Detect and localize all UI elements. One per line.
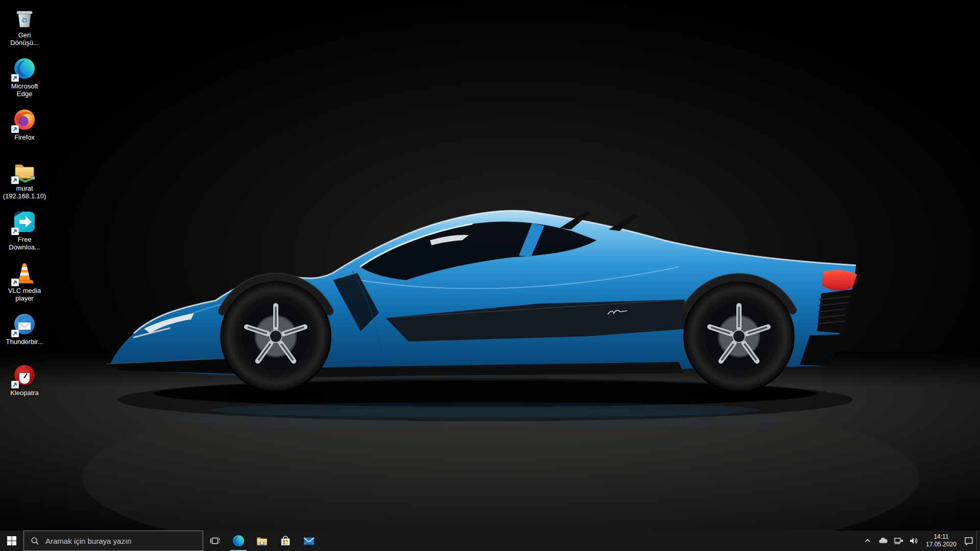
desktop-icon-recycle-bin[interactable]: ♻ Geri Dönüşü... <box>2 5 47 56</box>
windows-logo-icon <box>7 536 17 546</box>
shortcut-arrow-icon <box>11 330 19 337</box>
search-icon <box>30 536 39 545</box>
taskbar-app-file-explorer[interactable] <box>250 531 274 551</box>
desktop-icon-vlc-media-player[interactable]: VLC media player <box>2 261 47 312</box>
taskbar-app-microsoft-store[interactable] <box>274 531 297 551</box>
task-view-icon <box>209 535 221 546</box>
icon-label: Kleopatra <box>10 389 39 397</box>
microsoft-store-icon <box>279 535 292 547</box>
tray-volume-button[interactable] <box>906 531 921 551</box>
system-tray: 14:11 17.05.2020 <box>860 531 980 551</box>
taskbar-empty-area <box>321 531 860 551</box>
mail-icon <box>303 535 315 547</box>
taskbar: 14:11 17.05.2020 <box>0 531 980 551</box>
chevron-up-icon <box>864 537 872 545</box>
recycle-bin-icon: ♻ <box>12 5 37 30</box>
desktop-icon-kleopatra[interactable]: Kleopatra <box>2 363 47 414</box>
desktop-icon-murat-network-folder[interactable]: murat (192.168.1.10) <box>2 158 47 210</box>
shortcut-arrow-icon <box>11 74 19 82</box>
icon-label: murat (192.168.1.10) <box>3 185 46 200</box>
desktop-icon-free-download-manager[interactable]: Free Downloa... <box>2 210 47 261</box>
taskbar-app-mail[interactable] <box>297 531 321 551</box>
taskbar-app-edge[interactable] <box>227 531 250 551</box>
icon-label: Microsoft Edge <box>11 82 38 98</box>
search-input[interactable] <box>44 536 203 546</box>
shortcut-arrow-icon <box>11 381 19 388</box>
taskbar-search[interactable] <box>23 531 203 551</box>
desktop-icon-grid: ♻ Geri Dönüşü... Microsoft Edg <box>2 5 47 414</box>
desktop-icon-microsoft-edge[interactable]: Microsoft Edge <box>2 56 47 107</box>
shortcut-arrow-icon <box>11 227 19 235</box>
shortcut-arrow-icon <box>11 279 19 286</box>
tray-show-hidden-icons-button[interactable] <box>860 531 875 551</box>
tray-network-button[interactable] <box>891 531 906 551</box>
action-center-icon <box>964 536 974 546</box>
edge-icon <box>232 534 245 547</box>
show-desktop-button[interactable] <box>976 531 980 551</box>
shortcut-arrow-icon <box>11 125 19 133</box>
icon-label: Thunderbir... <box>6 338 43 346</box>
icon-label: Firefox <box>14 133 35 141</box>
file-explorer-icon <box>255 534 269 547</box>
svg-text:♻: ♻ <box>21 16 28 25</box>
wallpaper-car-image <box>0 0 980 551</box>
desktop-icon-thunderbird[interactable]: Thunderbir... <box>2 312 47 363</box>
action-center-button[interactable] <box>961 531 976 551</box>
clock-time: 14:11 <box>934 533 948 541</box>
onedrive-cloud-icon <box>878 536 888 546</box>
ethernet-network-icon <box>893 536 903 546</box>
volume-icon <box>909 536 919 546</box>
start-button[interactable] <box>0 531 23 551</box>
taskbar-clock[interactable]: 14:11 17.05.2020 <box>921 531 961 551</box>
icon-label: Geri Dönüşü... <box>10 31 39 47</box>
desktop: ♻ Geri Dönüşü... Microsoft Edg <box>0 0 980 551</box>
icon-label: Free Downloa... <box>9 236 40 251</box>
icon-label: VLC media player <box>8 287 41 302</box>
clock-date: 17.05.2020 <box>926 541 957 548</box>
shortcut-arrow-icon <box>11 176 19 184</box>
task-view-button[interactable] <box>203 531 227 551</box>
desktop-icon-firefox[interactable]: Firefox <box>2 107 47 158</box>
tray-onedrive-button[interactable] <box>875 531 891 551</box>
